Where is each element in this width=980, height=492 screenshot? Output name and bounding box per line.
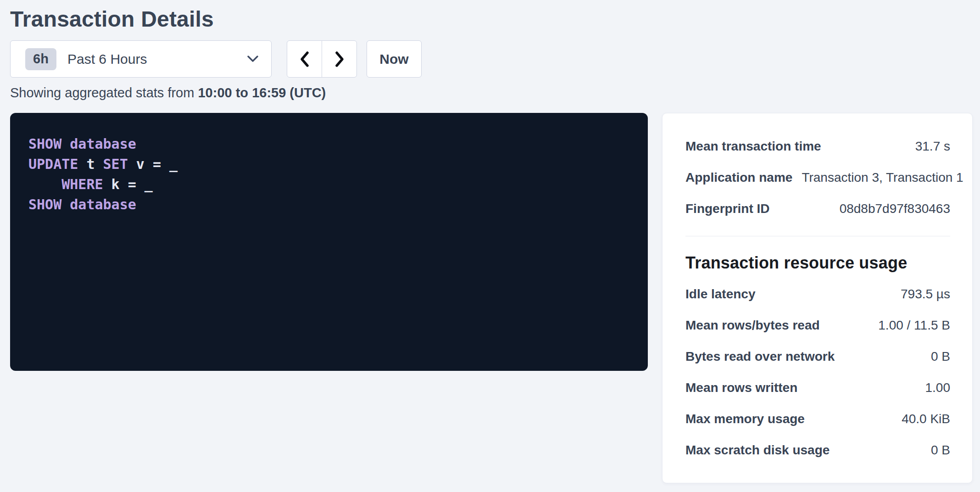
stat-label: Max scratch disk usage [685, 443, 830, 458]
time-range-dropdown[interactable]: 6h Past 6 Hours [10, 40, 272, 78]
prev-range-button[interactable] [287, 40, 322, 78]
stat-value: 08d8b7d97f830463 [840, 201, 950, 216]
stat-label: Fingerprint ID [685, 201, 770, 216]
stat-row: Fingerprint ID08d8b7d97f830463 [685, 193, 950, 224]
time-controls: 6h Past 6 Hours [10, 40, 970, 78]
card-divider [685, 236, 950, 236]
summary-rows: Mean transaction time31.7 sApplication n… [685, 131, 950, 224]
sql-code-line: UPDATE t SET v = _ [28, 154, 629, 174]
now-button[interactable]: Now [367, 40, 422, 78]
stat-label: Mean rows/bytes read [685, 318, 820, 333]
stat-value: 31.7 s [915, 139, 950, 154]
stat-value: 0 B [931, 443, 950, 458]
sql-keyword: WHERE [61, 176, 103, 192]
transaction-summary-card: Mean transaction time31.7 sApplication n… [662, 113, 973, 483]
sql-text: k = _ [103, 176, 153, 192]
sql-statement-box: SHOW databaseUPDATE t SET v = _ WHERE k … [10, 113, 648, 371]
stat-row: Max memory usage40.0 KiB [685, 403, 950, 435]
time-nav-group [287, 40, 357, 78]
stat-row: Max scratch disk usage0 B [685, 435, 950, 466]
stat-row: Idle latency793.5 µs [685, 279, 950, 310]
stat-row: Mean transaction time31.7 s [685, 131, 950, 162]
stat-row: Mean rows/bytes read1.00 / 11.5 B [685, 310, 950, 341]
sql-text [61, 136, 70, 152]
stat-value: 1.00 [925, 380, 951, 395]
stat-row: Application nameTransaction 3, Transacti… [685, 162, 950, 193]
aggregated-stats-range: 10:00 to 16:59 (UTC) [198, 85, 326, 100]
sql-code-line: SHOW database [28, 195, 629, 215]
resource-usage-heading: Transaction resource usage [685, 253, 950, 273]
stat-label: Idle latency [685, 287, 756, 302]
stat-label: Max memory usage [685, 412, 805, 426]
main-content: SHOW databaseUPDATE t SET v = _ WHERE k … [10, 113, 970, 483]
transaction-details-page: Transaction Details 6h Past 6 Hours [0, 6, 980, 483]
time-range-label: Past 6 Hours [67, 51, 247, 67]
stat-label: Mean transaction time [685, 139, 821, 154]
sql-keyword: database [70, 136, 136, 152]
sql-keyword: UPDATE [28, 156, 78, 172]
aggregated-stats-text: Showing aggregated stats from 10:00 to 1… [10, 84, 970, 101]
chevron-right-icon [334, 51, 345, 67]
sql-keyword: SHOW [28, 196, 61, 212]
sql-text: v = _ [128, 156, 178, 172]
stat-value: 40.0 KiB [902, 412, 950, 426]
stat-label: Mean rows written [685, 380, 797, 395]
sql-keyword: database [70, 196, 136, 212]
sql-keyword: SET [103, 156, 128, 172]
chevron-down-icon [247, 56, 258, 62]
stat-value: 0 B [931, 349, 950, 364]
sql-text: t [78, 156, 103, 172]
stat-row: Mean rows written1.00 [685, 372, 950, 403]
stat-value: 793.5 µs [901, 287, 950, 302]
stat-row: Bytes read over network0 B [685, 341, 950, 372]
sql-code-line: SHOW database [28, 134, 629, 154]
stat-value: 1.00 / 11.5 B [878, 318, 950, 333]
time-range-badge: 6h [25, 48, 56, 70]
sql-text [61, 196, 70, 212]
stat-label: Application name [685, 170, 792, 185]
aggregated-stats-prefix: Showing aggregated stats from [10, 85, 198, 100]
stat-label: Bytes read over network [685, 349, 835, 364]
resource-rows: Idle latency793.5 µsMean rows/bytes read… [685, 279, 950, 466]
stat-value: Transaction 3, Transaction 1 [802, 170, 963, 185]
chevron-left-icon [300, 51, 310, 67]
next-range-button[interactable] [322, 40, 357, 78]
page-title: Transaction Details [10, 6, 970, 32]
sql-keyword: SHOW [28, 136, 61, 152]
sql-code-line: WHERE k = _ [28, 174, 629, 195]
sql-text [28, 176, 61, 192]
